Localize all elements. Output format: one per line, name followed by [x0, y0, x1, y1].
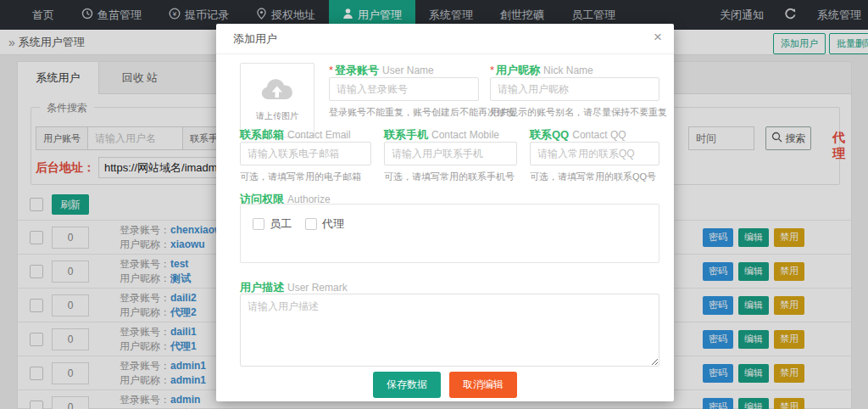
- email-help: 可选，请填写常用的电子邮箱: [240, 171, 361, 183]
- email-label: 联系邮箱Contact Email: [240, 127, 351, 143]
- required-mark: *: [329, 64, 333, 76]
- username-label: *登录账号User Name: [329, 63, 434, 78]
- qq-help: 可选，请填写常用的联系QQ号: [530, 171, 656, 183]
- authorize-box: 员工 代理: [240, 204, 659, 263]
- username-input[interactable]: [329, 77, 479, 101]
- nickname-help: 用户显示的账号别名，请尽量保持不要重复: [490, 106, 667, 119]
- checkbox[interactable]: [253, 218, 264, 230]
- close-icon[interactable]: ×: [654, 30, 662, 44]
- authorize-option-staff[interactable]: 员工: [253, 216, 292, 232]
- add-user-modal: 添加用户 × 请上传图片 *登录账号User Name 登录账号不能重复，账号创…: [216, 24, 674, 401]
- upload-cloud-icon: [259, 78, 295, 107]
- modal-footer: 保存数据 取消编辑: [216, 372, 674, 398]
- nickname-input[interactable]: [490, 77, 659, 101]
- remark-textarea[interactable]: [240, 294, 659, 367]
- username-help: 登录账号不能重复，账号创建后不能再次修改: [329, 106, 515, 119]
- email-input[interactable]: [240, 142, 371, 165]
- save-button[interactable]: 保存数据: [373, 372, 441, 398]
- mobile-input[interactable]: [384, 142, 517, 165]
- avatar-upload-box[interactable]: 请上传图片: [240, 63, 314, 137]
- mobile-label: 联系手机Contact Mobile: [384, 127, 499, 143]
- checkbox-label: 员工: [270, 216, 292, 232]
- authorize-option-agent[interactable]: 代理: [305, 216, 344, 232]
- checkbox[interactable]: [305, 218, 317, 230]
- checkbox-label: 代理: [322, 216, 344, 232]
- modal-header: 添加用户 ×: [216, 24, 674, 54]
- upload-text: 请上传图片: [256, 110, 298, 122]
- cancel-button[interactable]: 取消编辑: [449, 372, 517, 398]
- mobile-help: 可选，请填写常用的联系手机号: [384, 171, 515, 183]
- nickname-label: *用户昵称Nick Name: [490, 63, 593, 78]
- required-mark: *: [490, 64, 494, 76]
- qq-label: 联系QQContact QQ: [530, 127, 626, 143]
- modal-title: 添加用户: [233, 31, 277, 47]
- qq-input[interactable]: [530, 142, 659, 165]
